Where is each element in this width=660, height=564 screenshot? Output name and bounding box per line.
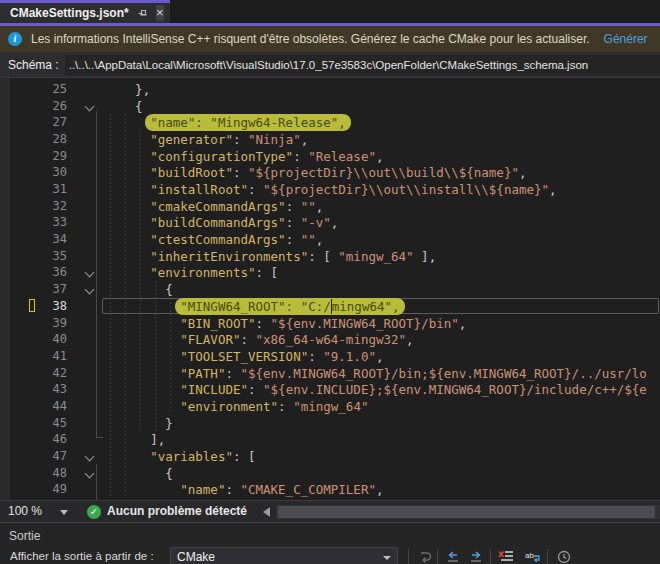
code-line[interactable]: 41 "TOOLSET_VERSION": "9.1.0", bbox=[0, 348, 660, 365]
code-line[interactable]: 39 "BIN_ROOT": "${env.MINGW64_ROOT}/bin"… bbox=[0, 315, 660, 332]
code-text: "installRoot": "${projectDir}\\out\\inst… bbox=[105, 182, 557, 197]
line-number[interactable]: 47 bbox=[0, 449, 67, 463]
output-source-value: CMake bbox=[177, 550, 215, 564]
code-text: "environments": [ bbox=[105, 265, 278, 280]
fold-chevron-icon[interactable] bbox=[85, 468, 95, 478]
zoom-level[interactable]: 100 % bbox=[8, 504, 42, 518]
toolbar-separator bbox=[408, 549, 409, 564]
goto-source-icon[interactable] bbox=[418, 549, 434, 564]
code-text: }, bbox=[105, 82, 150, 97]
code-editor[interactable]: 25 },26 {27 "name": "Mingw64-Release",28… bbox=[0, 78, 660, 500]
code-line[interactable]: 45 } bbox=[0, 415, 660, 432]
line-number[interactable]: 39 bbox=[0, 316, 67, 330]
line-number[interactable]: 28 bbox=[0, 132, 67, 146]
code-line[interactable]: 27 "name": "Mingw64-Release", bbox=[0, 114, 660, 131]
code-line[interactable]: 38 "MINGW64_ROOT": "C:/mingw64", bbox=[0, 298, 660, 315]
editor-status-row: 100 % ✓ Aucun problème détecté bbox=[0, 500, 660, 522]
word-wrap-icon[interactable]: ab bbox=[524, 549, 540, 564]
tab-cmakesettings[interactable]: CMakeSettings.json* × bbox=[0, 0, 170, 23]
line-number[interactable]: 49 bbox=[0, 482, 67, 496]
code-text: "buildRoot": "${projectDir}\\out\\build\… bbox=[105, 165, 526, 180]
code-text: "TOOLSET_VERSION": "9.1.0", bbox=[105, 349, 383, 364]
line-number[interactable]: 44 bbox=[0, 399, 67, 413]
code-line[interactable]: 42 "PATH": "${env.MINGW64_ROOT}/bin;${en… bbox=[0, 365, 660, 382]
line-number[interactable]: 32 bbox=[0, 199, 67, 213]
line-number[interactable]: 37 bbox=[0, 282, 67, 296]
code-line[interactable]: 48 { bbox=[0, 465, 660, 482]
line-number[interactable]: 31 bbox=[0, 182, 67, 196]
code-line[interactable]: 29 "configurationType": "Release", bbox=[0, 148, 660, 165]
next-message-icon[interactable] bbox=[468, 549, 484, 564]
code-line[interactable]: 44 "environment": "mingw_64" bbox=[0, 398, 660, 415]
code-text: "ctestCommandArgs": "", bbox=[105, 232, 323, 247]
scroll-left-icon[interactable] bbox=[263, 507, 270, 517]
output-source-select[interactable]: CMake bbox=[170, 547, 398, 564]
line-number[interactable]: 36 bbox=[0, 265, 67, 279]
tab-title: CMakeSettings.json* bbox=[10, 6, 129, 20]
code-line[interactable]: 37 { bbox=[0, 281, 660, 298]
code-text: "BIN_ROOT": "${env.MINGW64_ROOT}/bin", bbox=[105, 316, 466, 331]
line-number[interactable]: 43 bbox=[0, 382, 67, 396]
line-number[interactable]: 35 bbox=[0, 249, 67, 263]
code-line[interactable]: 31 "installRoot": "${projectDir}\\out\\i… bbox=[0, 181, 660, 198]
code-text: } bbox=[105, 416, 173, 431]
fold-chevron-icon[interactable] bbox=[85, 452, 95, 462]
pin-icon[interactable] bbox=[137, 7, 150, 20]
code-text: "generator": "Ninja", bbox=[105, 132, 308, 147]
code-line[interactable]: 35 "inheritEnvironments": [ "mingw_64" ]… bbox=[0, 248, 660, 265]
code-line[interactable]: 43 "INCLUDE": "${env.INCLUDE};${env.MING… bbox=[0, 381, 660, 398]
scrollbar-thumb[interactable] bbox=[278, 506, 655, 518]
code-text: { bbox=[105, 99, 143, 114]
output-panel-title[interactable]: Sortie bbox=[9, 529, 40, 543]
code-line[interactable]: 49 "name": "CMAKE_C_COMPILER", bbox=[0, 481, 660, 498]
toolbar-separator bbox=[547, 549, 548, 564]
fold-chevron-icon[interactable] bbox=[85, 285, 95, 295]
history-clock-icon[interactable] bbox=[556, 549, 572, 564]
intellisense-infobar: i Les informations IntelliSense C++ risq… bbox=[0, 26, 660, 52]
line-number[interactable]: 45 bbox=[0, 416, 67, 430]
line-number[interactable]: 41 bbox=[0, 349, 67, 363]
fold-chevron-icon[interactable] bbox=[85, 268, 95, 278]
line-number[interactable]: 27 bbox=[0, 115, 67, 129]
code-line[interactable]: 46 ], bbox=[0, 431, 660, 448]
previous-message-icon[interactable] bbox=[445, 549, 461, 564]
line-number[interactable]: 48 bbox=[0, 466, 67, 480]
code-line[interactable]: 33 "buildCommandArgs": "-v", bbox=[0, 214, 660, 231]
chevron-down-icon[interactable] bbox=[60, 510, 68, 515]
line-number[interactable]: 40 bbox=[0, 332, 67, 346]
close-icon[interactable]: × bbox=[156, 5, 164, 21]
code-text: "variables": [ bbox=[105, 449, 256, 464]
info-icon: i bbox=[8, 32, 22, 46]
clear-all-icon[interactable] bbox=[497, 549, 513, 564]
code-line[interactable]: 36 "environments": [ bbox=[0, 264, 660, 281]
toolbar-separator bbox=[437, 549, 438, 564]
line-number[interactable]: 46 bbox=[0, 432, 67, 446]
line-number[interactable]: 38 bbox=[0, 299, 67, 313]
line-number[interactable]: 29 bbox=[0, 149, 67, 163]
problems-status[interactable]: Aucun problème détecté bbox=[107, 504, 247, 518]
code-line[interactable]: 26 { bbox=[0, 98, 660, 115]
code-line[interactable]: 28 "generator": "Ninja", bbox=[0, 131, 660, 148]
code-line[interactable]: 34 "ctestCommandArgs": "", bbox=[0, 231, 660, 248]
line-number[interactable]: 34 bbox=[0, 232, 67, 246]
fold-chevron-icon[interactable] bbox=[85, 101, 95, 111]
horizontal-scrollbar[interactable] bbox=[276, 505, 660, 519]
code-line[interactable]: 47 "variables": [ bbox=[0, 448, 660, 465]
line-number[interactable]: 26 bbox=[0, 99, 67, 113]
code-text: "buildCommandArgs": "-v", bbox=[105, 215, 338, 230]
line-number[interactable]: 30 bbox=[0, 165, 67, 179]
generate-cache-link[interactable]: Générer bbox=[604, 32, 648, 46]
line-number[interactable]: 33 bbox=[0, 215, 67, 229]
schema-path-field[interactable]: ..\..\..\AppData\Local\Microsoft\VisualS… bbox=[65, 55, 660, 75]
line-number[interactable]: 42 bbox=[0, 366, 67, 380]
code-text: { bbox=[105, 282, 173, 297]
chevron-down-icon[interactable] bbox=[383, 556, 391, 560]
code-line[interactable]: 25 }, bbox=[0, 81, 660, 98]
code-line[interactable]: 30 "buildRoot": "${projectDir}\\out\\bui… bbox=[0, 164, 660, 181]
code-text: "MINGW64_ROOT": "C:/mingw64", bbox=[105, 299, 400, 314]
code-line[interactable]: 40 "FLAVOR": "x86_64-w64-mingw32", bbox=[0, 331, 660, 348]
code-line[interactable]: 32 "cmakeCommandArgs": "", bbox=[0, 198, 660, 215]
health-check-icon: ✓ bbox=[87, 505, 101, 519]
line-number[interactable]: 25 bbox=[0, 82, 67, 96]
toolbar-separator bbox=[490, 549, 491, 564]
